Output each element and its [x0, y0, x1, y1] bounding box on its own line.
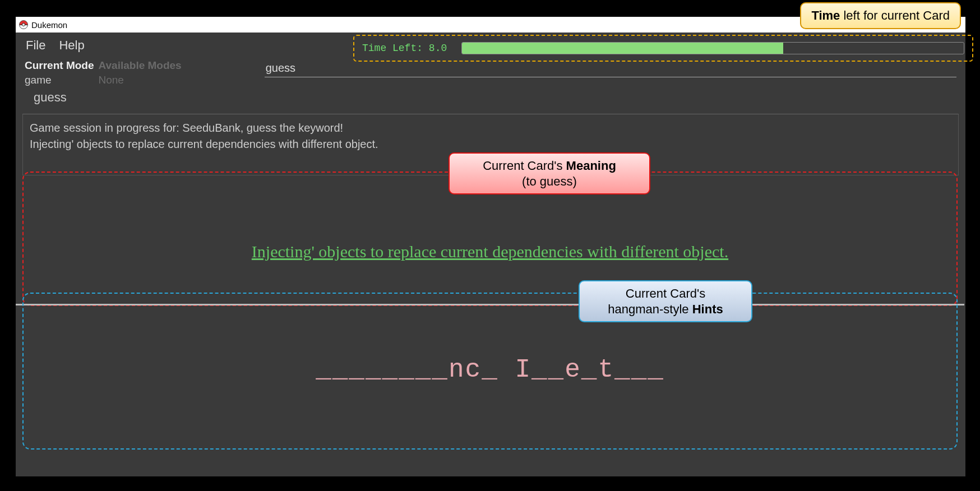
command-input[interactable] [265, 61, 956, 77]
callout-meaning-pre: Current Card's [483, 159, 566, 173]
callout-meaning-bold: Meaning [566, 159, 616, 173]
callout-meaning: Current Card's Meaning (to guess) [449, 152, 650, 194]
session-line-2: Injecting' objects to replace current de… [30, 136, 951, 152]
callout-hint-line1: Current Card's [626, 286, 705, 300]
callout-hint-bold: Hints [692, 302, 723, 316]
callout-time: Time left for current Card [800, 2, 961, 29]
callout-time-bold: Time [811, 8, 840, 22]
callout-hint-pre: hangman-style [608, 302, 692, 316]
session-line-1: Game session in progress for: SeeduBank,… [30, 120, 951, 136]
callout-meaning-line2: (to guess) [522, 174, 577, 188]
timer-box: Time Left: 8.0 [353, 35, 973, 62]
timer-progress-fill [462, 43, 783, 54]
current-mode-label: Current Mode [25, 58, 94, 73]
current-mode: Current Mode game [25, 58, 94, 87]
card-hint: ________nc_ I__e_t___ [0, 355, 980, 385]
command-suggestion[interactable]: guess [16, 87, 965, 110]
window-title: Dukemon [31, 20, 67, 30]
available-modes: Available Modes None [99, 58, 182, 87]
available-modes-value: None [99, 73, 182, 87]
card-meaning: Injecting' objects to replace current de… [0, 242, 980, 261]
callout-hint: Current Card's hangman-style Hints [579, 280, 752, 322]
menu-help[interactable]: Help [59, 38, 84, 53]
current-mode-value: game [25, 73, 94, 87]
available-modes-label: Available Modes [99, 58, 182, 73]
menu-file[interactable]: File [26, 38, 45, 53]
app-icon [19, 20, 28, 29]
callout-time-rest: left for current Card [840, 8, 950, 22]
timer-progress [461, 42, 964, 54]
timer-label: Time Left: 8.0 [362, 43, 447, 54]
timer-label-prefix: Time Left: [362, 43, 429, 54]
timer-value: 8.0 [429, 43, 447, 54]
